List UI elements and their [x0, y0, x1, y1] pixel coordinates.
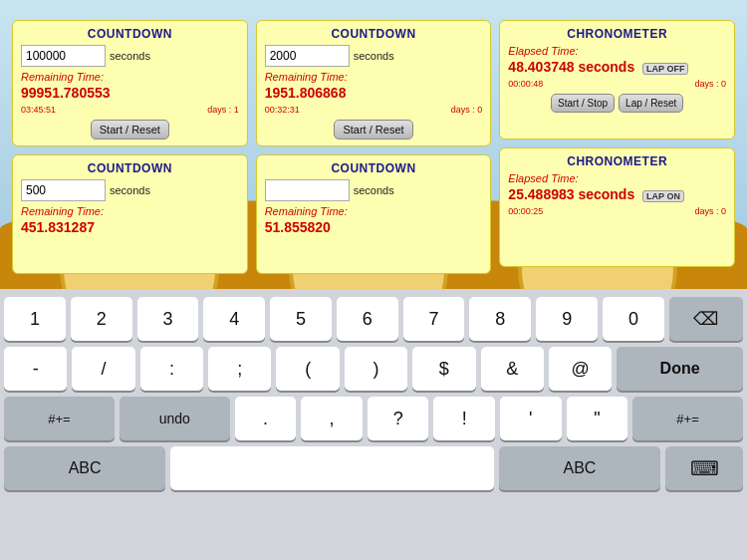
key-7[interactable]: 7: [403, 297, 465, 341]
card-4-input-row: seconds: [265, 179, 483, 201]
keyboard: 1 2 3 4 5 6 7 8 9 0 ⌫ - / : ; ( ) $ & @ …: [0, 289, 747, 560]
card-2-btn-row: Start / Reset: [265, 120, 483, 140]
chrono-1-time-display: 00:00:48: [508, 79, 543, 89]
chrono-2-elapsed-num: 25.488983 seconds: [508, 186, 634, 202]
card-3-unit: seconds: [110, 184, 150, 196]
key-hashtag-plus-equals-right[interactable]: #+=: [632, 397, 743, 440]
key-hashtag-plus-equals-left[interactable]: #+=: [4, 397, 115, 440]
card-4-unit: seconds: [354, 184, 394, 196]
card-2-input[interactable]: [265, 45, 350, 67]
chrono-2-lap-badge: LAP ON: [642, 190, 684, 202]
card-1-input-row: seconds: [21, 45, 239, 67]
card-3-remaining-label: Remaining Time:: [21, 205, 239, 217]
chrono-1-title: CHRONOMETER: [508, 27, 726, 41]
countdown-card-4: COUNTDOWN seconds Remaining Time: 51.855…: [256, 154, 492, 274]
key-exclaim[interactable]: !: [433, 397, 495, 440]
countdown-card-2: COUNTDOWN seconds Remaining Time: 1951.8…: [256, 20, 492, 146]
chrono-1-days: days : 0: [694, 79, 726, 89]
key-4[interactable]: 4: [203, 297, 265, 341]
chrono-1-lap-reset[interactable]: Lap / Reset: [619, 94, 683, 113]
key-abc-right[interactable]: ABC: [499, 446, 660, 490]
card-4-remaining-label: Remaining Time:: [265, 205, 483, 217]
key-apostrophe[interactable]: ': [500, 397, 562, 440]
card-1-time-display: 03:45:51: [21, 105, 56, 115]
card-1-remaining-label: Remaining Time:: [21, 71, 239, 83]
card-4-input[interactable]: [265, 179, 350, 201]
kb-row-symbols: - / : ; ( ) $ & @ Done: [4, 347, 743, 391]
key-minus[interactable]: -: [4, 347, 67, 391]
chrono-1-btn-row: Start / Stop Lap / Reset: [508, 94, 726, 113]
countdown-card-1: COUNTDOWN seconds Remaining Time: 99951.…: [12, 20, 248, 146]
key-close-paren[interactable]: ): [345, 347, 407, 391]
chrono-2-time-display: 00:00:25: [508, 206, 543, 216]
key-backspace[interactable]: ⌫: [669, 297, 743, 341]
key-8[interactable]: 8: [469, 297, 531, 341]
card-1-input[interactable]: [21, 45, 106, 67]
card-4-title: COUNTDOWN: [265, 161, 483, 175]
chrono-card-1: CHRONOMETER Elapsed Time: 48.403748 seco…: [499, 20, 735, 140]
key-ampersand[interactable]: &: [481, 347, 544, 391]
kb-row-more-symbols: #+= undo . , ? ! ' " #+=: [4, 397, 743, 440]
key-open-paren[interactable]: (: [276, 347, 339, 391]
card-2-start-reset[interactable]: Start / Reset: [334, 120, 412, 140]
chrono-2-elapsed-label: Elapsed Time:: [508, 172, 726, 184]
card-3-input[interactable]: [21, 179, 106, 201]
key-slash[interactable]: /: [72, 347, 134, 391]
card-3-remaining-value: 451.831287: [21, 219, 239, 235]
key-period[interactable]: .: [235, 397, 297, 440]
countdown-card-3: COUNTDOWN seconds Remaining Time: 451.83…: [12, 154, 248, 274]
key-question[interactable]: ?: [368, 397, 429, 440]
key-9[interactable]: 9: [536, 297, 598, 341]
chrono-2-elapsed-value: 25.488983 seconds LAP ON: [508, 186, 726, 202]
chrono-2-days: days : 0: [694, 206, 726, 216]
card-1-start-reset[interactable]: Start / Reset: [91, 120, 169, 140]
key-1[interactable]: 1: [4, 297, 66, 341]
key-done[interactable]: Done: [617, 347, 743, 391]
card-3-title: COUNTDOWN: [21, 161, 239, 175]
key-quote[interactable]: ": [567, 397, 628, 440]
card-2-sub-info: 00:32:31 days : 0: [265, 105, 483, 115]
chrono-card-2: CHRONOMETER Elapsed Time: 25.488983 seco…: [499, 147, 735, 267]
key-space[interactable]: [170, 446, 494, 490]
key-keyboard-icon[interactable]: ⌨: [665, 446, 743, 490]
card-2-title: COUNTDOWN: [265, 27, 483, 41]
card-1-title: COUNTDOWN: [21, 27, 239, 41]
key-3[interactable]: 3: [137, 297, 199, 341]
kb-row-bottom: ABC ABC ⌨: [4, 446, 743, 490]
key-comma[interactable]: ,: [301, 397, 363, 440]
cards-area: COUNTDOWN seconds Remaining Time: 99951.…: [0, 10, 747, 299]
key-0[interactable]: 0: [603, 297, 664, 341]
card-1-btn-row: Start / Reset: [21, 120, 239, 140]
card-2-unit: seconds: [354, 50, 394, 62]
card-2-remaining-value: 1951.806868: [265, 85, 483, 101]
key-2[interactable]: 2: [71, 297, 132, 341]
card-1-unit: seconds: [110, 50, 150, 62]
kb-row-numbers: 1 2 3 4 5 6 7 8 9 0 ⌫: [4, 297, 743, 341]
card-2-time-display: 00:32:31: [265, 105, 300, 115]
key-at[interactable]: @: [549, 347, 612, 391]
card-1-sub-info: 03:45:51 days : 1: [21, 105, 239, 115]
card-2-remaining-label: Remaining Time:: [265, 71, 483, 83]
key-6[interactable]: 6: [337, 297, 398, 341]
chrono-1-elapsed-num: 48.403748 seconds: [508, 59, 634, 75]
column-2: COUNTDOWN seconds Remaining Time: 1951.8…: [252, 20, 496, 289]
key-undo[interactable]: undo: [120, 397, 230, 440]
key-semicolon[interactable]: ;: [208, 347, 271, 391]
card-1-remaining-value: 99951.780553: [21, 85, 239, 101]
card-4-remaining-value: 51.855820: [265, 219, 483, 235]
chrono-1-elapsed-value: 48.403748 seconds LAP OFF: [508, 59, 726, 75]
chrono-1-start-stop[interactable]: Start / Stop: [551, 94, 615, 113]
card-3-input-row: seconds: [21, 179, 239, 201]
key-abc-left[interactable]: ABC: [4, 446, 165, 490]
card-2-days: days : 0: [451, 105, 483, 115]
key-colon[interactable]: :: [140, 347, 203, 391]
chrono-1-elapsed-label: Elapsed Time:: [508, 45, 726, 57]
column-3: CHRONOMETER Elapsed Time: 48.403748 seco…: [495, 20, 739, 289]
key-5[interactable]: 5: [270, 297, 332, 341]
chrono-1-lap-badge: LAP OFF: [642, 63, 688, 75]
chrono-2-sub-info: 00:00:25 days : 0: [508, 206, 726, 216]
chrono-2-title: CHRONOMETER: [508, 154, 726, 168]
card-2-input-row: seconds: [265, 45, 483, 67]
chrono-1-sub-info: 00:00:48 days : 0: [508, 79, 726, 89]
key-dollar[interactable]: $: [412, 347, 475, 391]
